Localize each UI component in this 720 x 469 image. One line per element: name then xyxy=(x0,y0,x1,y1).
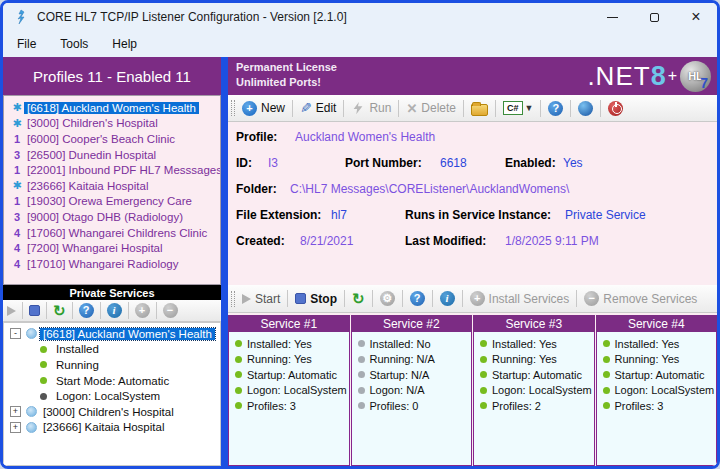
profile-list-item[interactable]: ✱[23666] Kaitaia Hospital xyxy=(4,178,220,194)
panel-divider[interactable] xyxy=(221,57,228,466)
private-service-icon: ✱ xyxy=(10,117,24,130)
delete-icon: ✕ xyxy=(406,101,417,116)
service-status-row: Running: Yes xyxy=(229,352,349,368)
menu-file[interactable]: File xyxy=(7,33,46,55)
created-label: Created: xyxy=(236,234,285,248)
profile-list-item[interactable]: 3[26500] Dunedin Hospital xyxy=(4,147,220,163)
refresh-button[interactable]: ↻ xyxy=(352,291,365,306)
collapse-icon[interactable]: - xyxy=(10,328,21,339)
profiles-list[interactable]: ✱[6618] Auckland Women's Health✱[3000] C… xyxy=(3,95,221,285)
menu-help[interactable]: Help xyxy=(102,33,147,55)
info-button[interactable]: i xyxy=(440,291,455,306)
tree-item-label: [23666] Kaitaia Hospital xyxy=(40,421,167,433)
expand-icon[interactable]: + xyxy=(10,422,21,433)
profile-label: Profile: xyxy=(236,130,277,144)
minimize-button[interactable] xyxy=(591,3,633,31)
tree-item[interactable]: +[3000] Children's Hospital xyxy=(4,404,220,420)
profile-list-item[interactable]: 4[17060] Whangarei Childrens Clinic xyxy=(4,225,220,241)
private-services-toolbar: ↻ ? i + − xyxy=(3,300,221,322)
remove-services-button[interactable]: − Remove Services xyxy=(584,291,697,306)
profile-list-item[interactable]: 3[9000] Otago DHB (Radiology) xyxy=(4,209,220,225)
settings-button[interactable]: ⚙ xyxy=(380,291,395,306)
pencil-icon: ✎ xyxy=(300,101,312,115)
exit-button[interactable] xyxy=(608,101,623,116)
tree-info-button[interactable]: i xyxy=(107,303,122,318)
service-status-text: Startup: N/A xyxy=(370,369,430,381)
profile-list-item[interactable]: 1[19030] Orewa Emergency Care xyxy=(4,194,220,210)
tree-start-button[interactable] xyxy=(7,306,16,316)
tree-item[interactable]: +[23666] Kaitaia Hospital xyxy=(4,420,220,436)
profile-list-label: [19030] Orewa Emergency Care xyxy=(24,195,195,207)
stop-button[interactable]: Stop xyxy=(295,292,337,306)
service-status-text: Running: Yes xyxy=(615,353,680,365)
service-column: Service #3Installed: YesRunning: YesStar… xyxy=(473,315,595,466)
profile-list-item[interactable]: 4[17010] Whangarei Radiology xyxy=(4,256,220,272)
service-status-row: Installed: Yes xyxy=(229,336,349,352)
folder-value: C:\HL7 Messages\COREListener\AucklandWom… xyxy=(290,182,569,196)
edit-button[interactable]: ✎ Edit xyxy=(300,101,336,115)
service-column: Service #1Installed: YesRunning: YesStar… xyxy=(228,315,350,466)
maximize-icon xyxy=(650,13,659,22)
service-status-text: Running: Yes xyxy=(247,353,312,365)
profile-list-item[interactable]: ✱[3000] Children's Hospital xyxy=(4,116,220,132)
port-label: Port Number: xyxy=(345,156,422,170)
tree-item[interactable]: Logon: LocalSystem xyxy=(4,388,220,404)
port-value: 6618 xyxy=(440,156,467,170)
service-number-badge: 3 xyxy=(10,149,24,161)
play-icon xyxy=(7,306,16,316)
help-button[interactable]: ? xyxy=(548,101,563,116)
private-service-icon: ✱ xyxy=(10,101,24,114)
file-extension-label: File Extension: xyxy=(236,208,321,222)
id-value: I3 xyxy=(268,156,278,170)
status-bullet-icon xyxy=(480,387,487,394)
tree-remove-button[interactable]: − xyxy=(163,303,178,318)
delete-button[interactable]: ✕ Delete xyxy=(406,101,456,116)
status-bullet-icon xyxy=(358,340,365,347)
service-status-text: Profiles: 2 xyxy=(492,400,541,412)
profile-list-label: [3000] Children's Hospital xyxy=(24,117,161,129)
install-services-button[interactable]: + Install Services xyxy=(470,291,570,306)
status-bullet-icon xyxy=(235,371,242,378)
help-button[interactable]: ? xyxy=(410,291,425,306)
csharp-dropdown[interactable]: C# ▼ xyxy=(503,101,533,115)
start-button[interactable]: Start xyxy=(242,292,280,306)
service-column-body: Installed: NoRunning: N/AStartup: N/ALog… xyxy=(351,332,473,466)
tree-item-label: Installed xyxy=(53,343,102,355)
maximize-button[interactable] xyxy=(633,3,675,31)
service-status-text: Startup: Automatic xyxy=(492,369,582,381)
private-services-tree[interactable]: -[6618] Auckland Women's HealthInstalled… xyxy=(3,322,221,466)
menu-tools[interactable]: Tools xyxy=(50,33,98,55)
status-bullet-icon xyxy=(480,356,487,363)
status-bullet-icon xyxy=(235,356,242,363)
tree-item[interactable]: Installed xyxy=(4,342,220,358)
service-number-badge: 4 xyxy=(10,242,24,254)
open-folder-icon[interactable] xyxy=(471,104,488,116)
web-button[interactable] xyxy=(578,101,593,116)
close-button[interactable]: × xyxy=(675,3,717,31)
status-bullet-icon xyxy=(40,393,47,400)
tree-item[interactable]: Running xyxy=(4,357,220,373)
tree-refresh-button[interactable]: ↻ xyxy=(53,303,66,318)
tree-item[interactable]: -[6618] Auckland Women's Health xyxy=(4,326,220,342)
service-node-icon xyxy=(26,406,37,417)
service-columns: Service #1Installed: YesRunning: YesStar… xyxy=(228,313,717,466)
tree-item[interactable]: Start Mode: Automatic xyxy=(4,373,220,389)
profile-list-item[interactable]: 1[22001] Inbound PDF HL7 Messsages xyxy=(4,162,220,178)
tree-stop-button[interactable] xyxy=(29,305,40,316)
profile-list-label: [22001] Inbound PDF HL7 Messsages xyxy=(24,164,221,176)
tree-help-button[interactable]: ? xyxy=(79,303,94,318)
tree-add-button[interactable]: + xyxy=(135,303,150,318)
services-toolbar: Start Stop ↻ ⚙ ? i + Install Services − xyxy=(228,285,717,313)
status-bullet-icon xyxy=(603,402,610,409)
status-bullet-icon xyxy=(235,340,242,347)
status-bullet-icon xyxy=(235,387,242,394)
profile-list-item[interactable]: ✱[6618] Auckland Women's Health xyxy=(4,100,220,116)
service-status-text: Logon: LocalSystem xyxy=(247,384,347,396)
profile-list-item[interactable]: 1[6000] Cooper's Beach Clinic xyxy=(4,131,220,147)
play-icon xyxy=(242,294,251,304)
expand-icon[interactable]: + xyxy=(10,406,21,417)
profile-list-item[interactable]: 4[7200] Whangarei Hospital xyxy=(4,240,220,256)
plus-sign: + xyxy=(668,67,677,85)
new-button[interactable]: + New xyxy=(242,101,285,116)
run-button[interactable]: Run xyxy=(351,101,391,115)
